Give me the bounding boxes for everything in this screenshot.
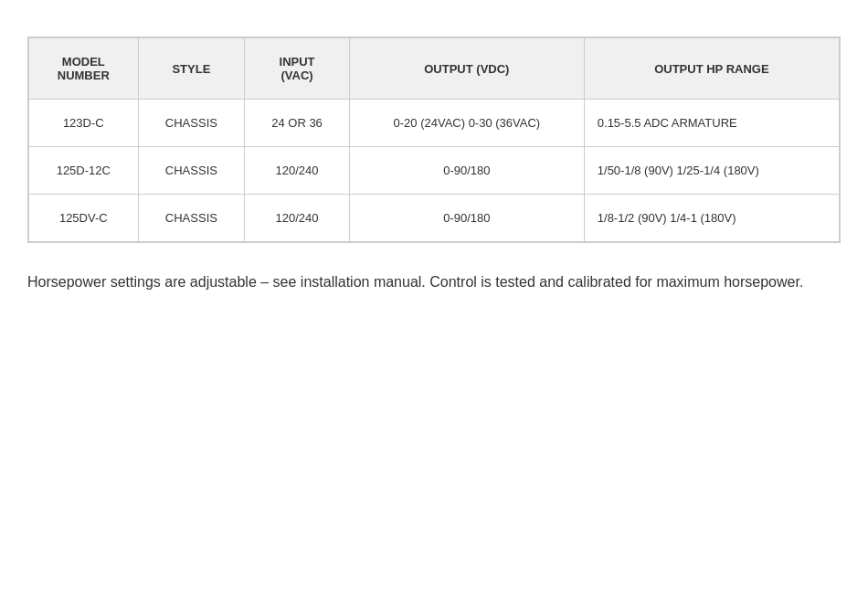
table-row: 123D-C CHASSIS 24 OR 36 0-20 (24VAC) 0-3…	[29, 100, 840, 147]
cell-style-2: CHASSIS	[138, 195, 245, 242]
cell-output-vdc-1: 0-90/180	[349, 147, 584, 195]
col-header-model: MODELNUMBER	[29, 38, 139, 100]
product-table: MODELNUMBER STYLE INPUT(VAC) OUTPUT (VDC…	[28, 37, 840, 242]
col-header-style: STYLE	[138, 38, 245, 100]
cell-output-hp-1: 1/50-1/8 (90V) 1/25-1/4 (180V)	[584, 147, 839, 195]
cell-output-vdc-2: 0-90/180	[349, 195, 584, 242]
col-header-output-hp: OUTPUT HP RANGE	[584, 38, 839, 100]
cell-style-0: CHASSIS	[138, 100, 245, 147]
col-header-output-vdc: OUTPUT (VDC)	[349, 38, 584, 100]
table-header-row: MODELNUMBER STYLE INPUT(VAC) OUTPUT (VDC…	[29, 38, 840, 100]
main-container: MODELNUMBER STYLE INPUT(VAC) OUTPUT (VDC…	[27, 37, 841, 294]
data-table-container: MODELNUMBER STYLE INPUT(VAC) OUTPUT (VDC…	[27, 37, 841, 243]
cell-input-1: 120/240	[245, 147, 350, 195]
cell-output-vdc-0: 0-20 (24VAC) 0-30 (36VAC)	[349, 100, 584, 147]
cell-model-0: 123D-C	[29, 100, 139, 147]
cell-input-0: 24 OR 36	[245, 100, 350, 147]
cell-model-1: 125D-12C	[29, 147, 139, 195]
table-row: 125DV-C CHASSIS 120/240 0-90/180 1/8-1/2…	[29, 195, 840, 242]
table-row: 125D-12C CHASSIS 120/240 0-90/180 1/50-1…	[29, 147, 840, 195]
cell-style-1: CHASSIS	[138, 147, 245, 195]
cell-output-hp-0: 0.15-5.5 ADC ARMATURE	[584, 100, 839, 147]
col-header-input: INPUT(VAC)	[245, 38, 350, 100]
cell-input-2: 120/240	[245, 195, 350, 242]
footer-text: Horsepower settings are adjustable – see…	[27, 270, 813, 294]
cell-output-hp-2: 1/8-1/2 (90V) 1/4-1 (180V)	[584, 195, 839, 242]
cell-model-2: 125DV-C	[29, 195, 139, 242]
